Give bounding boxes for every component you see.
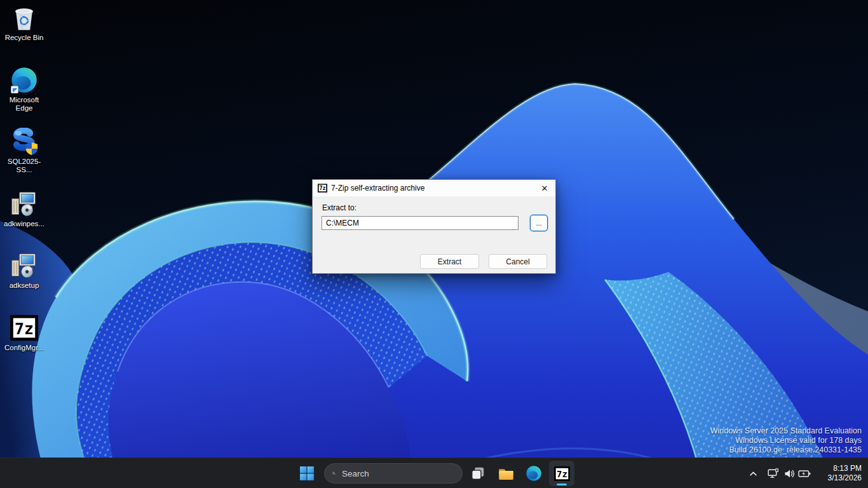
file-explorer-button[interactable] [493, 461, 519, 486]
desktop-icon-adkwinpe[interactable]: adkwinpes... [0, 190, 48, 228]
recycle-bin-icon [10, 4, 38, 32]
sql-server-icon [10, 128, 38, 156]
tray-chevron-button[interactable] [745, 464, 761, 482]
dialog-titlebar[interactable]: 7-Zip self-extracting archive ✕ [313, 180, 555, 196]
windows-watermark: Windows Server 2025 Standard Evaluation … [710, 426, 862, 455]
folder-icon [498, 465, 515, 482]
desktop-icon-microsoft-edge[interactable]: Microsoft Edge [0, 66, 48, 112]
chevron-up-icon [749, 470, 757, 478]
close-icon: ✕ [541, 184, 548, 193]
taskbar-search[interactable] [324, 463, 463, 484]
network-icon [768, 468, 779, 478]
desktop-icon-label: adksetup [10, 281, 39, 290]
windows-logo-icon [299, 466, 315, 481]
shortcut-arrow-icon [11, 86, 18, 93]
edge-taskbar-button[interactable] [521, 461, 546, 486]
dialog-title: 7-Zip self-extracting archive [331, 184, 424, 193]
battery-charging-icon [798, 470, 811, 478]
7zip-taskbar-button[interactable] [549, 461, 574, 486]
start-button[interactable] [294, 461, 320, 486]
extract-path-input[interactable] [322, 216, 519, 230]
desktop-icon-label: SQL2025-SS... [1, 158, 48, 174]
browse-button[interactable]: ... [530, 215, 548, 231]
desktop-icon-label: Recycle Bin [5, 34, 44, 42]
edge-icon [10, 66, 38, 94]
installer-icon [10, 190, 38, 218]
7zip-icon [10, 314, 38, 342]
desktop-icon-label: adkwinpes... [4, 220, 44, 228]
desktop-icon-recycle-bin[interactable]: Recycle Bin [0, 4, 48, 42]
desktop-icon-adksetup[interactable]: adksetup [0, 252, 48, 290]
extract-button[interactable]: Extract [420, 254, 479, 269]
network-tray-button[interactable] [765, 464, 782, 482]
7zip-titlebar-icon [318, 184, 327, 193]
clock-date: 3/13/2026 [828, 473, 862, 483]
taskbar-clock[interactable]: 8:13 PM 3/13/2026 [828, 458, 862, 488]
extract-to-label: Extract to: [322, 203, 356, 212]
watermark-license: Windows License valid for 178 days [710, 436, 862, 445]
speaker-icon [784, 469, 795, 478]
installer-icon [10, 252, 38, 280]
watermark-build: Build 26100.ge_release.240331-1435 [710, 445, 862, 455]
desktop-icon-label: ConfigMgr... [4, 344, 44, 352]
cancel-button[interactable]: Cancel [489, 254, 547, 269]
close-button[interactable]: ✕ [534, 180, 555, 196]
watermark-edition: Windows Server 2025 Standard Evaluation [710, 426, 862, 436]
task-view-icon [470, 465, 486, 482]
active-app-indicator [557, 484, 567, 485]
search-input[interactable] [342, 469, 454, 478]
7zip-sfx-dialog: 7-Zip self-extracting archive ✕ Extract … [312, 179, 556, 274]
desktop: 7z [0, 0, 868, 488]
desktop-icon-sql2025[interactable]: SQL2025-SS... [0, 128, 48, 174]
taskbar: 8:13 PM 3/13/2026 [0, 458, 868, 488]
desktop-icon-label: Microsoft Edge [1, 96, 48, 112]
edge-icon [526, 465, 542, 482]
7zip-icon [554, 466, 570, 481]
search-icon [332, 468, 336, 478]
clock-time: 8:13 PM [833, 464, 862, 473]
desktop-icon-configmgr[interactable]: ConfigMgr... [0, 314, 48, 352]
task-view-button[interactable] [465, 461, 491, 486]
battery-tray-button[interactable] [796, 464, 813, 482]
